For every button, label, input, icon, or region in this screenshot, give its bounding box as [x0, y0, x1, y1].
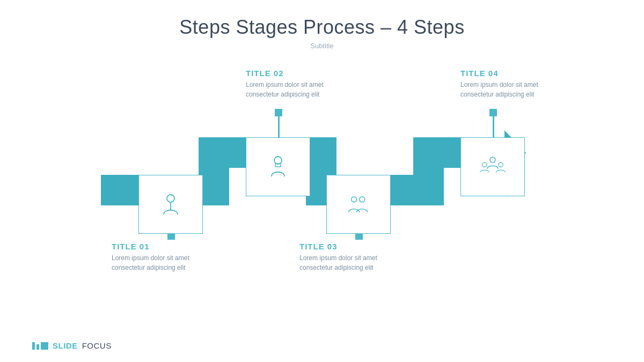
svg-point-21: [360, 197, 365, 202]
svg-rect-15: [489, 109, 497, 116]
diagram-area: TITLE 01 Lorem ipsum dolor sit amet cons…: [32, 61, 612, 297]
step-label-01: TITLE 01 Lorem ipsum dolor sit amet cons…: [112, 242, 203, 272]
step-box-02: [246, 137, 310, 196]
main-title: Steps Stages Process – 4 Steps: [32, 16, 612, 39]
svg-rect-11: [275, 109, 282, 116]
logo: SLIDEFOCUS: [32, 341, 112, 350]
step-label-02: TITLE 02 Lorem ipsum dolor sit amet cons…: [246, 69, 353, 99]
group-icon: [479, 153, 506, 180]
slide: Steps Stages Process – 4 Steps Subtitle: [0, 0, 644, 362]
step-box-03: [326, 175, 391, 234]
step-03-title: TITLE 03: [299, 242, 407, 251]
step-box-01: [138, 175, 203, 234]
logo-focus-text: FOCUS: [82, 341, 112, 350]
step-03-desc: Lorem ipsum dolor sit amet consectetur a…: [299, 253, 407, 272]
step-box-04: [460, 137, 525, 196]
step-label-04: TITLE 04 Lorem ipsum dolor sit amet cons…: [460, 69, 579, 99]
logo-icon: [32, 342, 48, 350]
logo-bar-1: [32, 342, 35, 350]
step-04-desc: Lorem ipsum dolor sit amet consectetur a…: [460, 80, 579, 99]
logo-bar-3: [41, 342, 48, 350]
logo-slide-text: SLIDE: [53, 341, 78, 350]
step-01-title: TITLE 01: [112, 242, 203, 251]
svg-point-22: [490, 157, 495, 162]
step-label-03: TITLE 03 Lorem ipsum dolor sit amet cons…: [299, 242, 407, 272]
step-04-title: TITLE 04: [460, 69, 579, 78]
two-persons-icon: [345, 191, 372, 218]
person-badge-icon: [265, 153, 291, 180]
step-01-desc: Lorem ipsum dolor sit amet consectetur a…: [112, 253, 203, 272]
step-02-desc: Lorem ipsum dolor sit amet consectetur a…: [246, 80, 353, 99]
step-02-title: TITLE 02: [246, 69, 353, 78]
svg-point-24: [499, 162, 503, 167]
person-icon: [157, 191, 184, 218]
header: Steps Stages Process – 4 Steps Subtitle: [32, 16, 612, 50]
svg-point-16: [167, 195, 174, 202]
svg-point-20: [352, 197, 357, 202]
svg-rect-1: [199, 137, 229, 205]
subtitle: Subtitle: [32, 42, 612, 50]
svg-rect-5: [413, 137, 444, 205]
svg-point-18: [274, 157, 282, 164]
logo-bar-2: [36, 344, 39, 350]
svg-point-23: [482, 162, 487, 167]
